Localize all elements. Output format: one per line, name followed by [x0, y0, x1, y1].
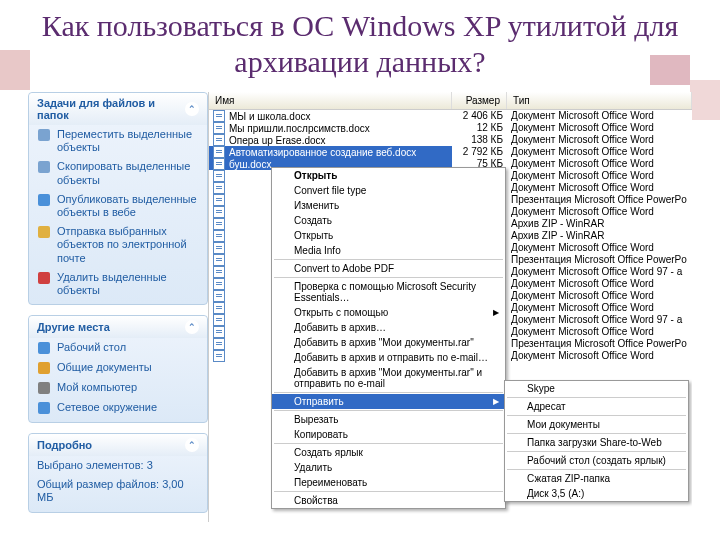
submenu-item[interactable]: Адресат — [505, 399, 688, 414]
context-menu-item[interactable]: Convert to Adobe PDF — [272, 261, 505, 276]
doc-icon — [213, 218, 225, 230]
collapse-icon[interactable]: ⌃ — [185, 438, 199, 452]
doc-icon — [213, 158, 225, 170]
doc-icon — [213, 170, 225, 182]
file-type: Документ Microsoft Office Word — [507, 326, 692, 338]
task-link[interactable]: Удалить выделенные объекты — [29, 268, 207, 300]
menu-label: Добавить в архив… — [294, 322, 386, 333]
submenu-label: Сжатая ZIP-папка — [527, 473, 610, 484]
menu-icon — [276, 322, 288, 334]
file-type: Документ Microsoft Office Word — [507, 350, 692, 362]
submenu-item[interactable]: Диск 3,5 (A:) — [505, 486, 688, 501]
context-menu-item[interactable]: Добавить в архив… — [272, 320, 505, 335]
collapse-icon[interactable]: ⌃ — [185, 102, 199, 116]
submenu-label: Адресат — [527, 401, 566, 412]
file-row[interactable]: Автоматизированное создание веб.docx2 79… — [209, 146, 692, 158]
doc-icon — [213, 194, 225, 206]
context-menu[interactable]: ОткрытьConvert file typeИзменитьСоздатьО… — [271, 167, 506, 509]
context-menu-item[interactable]: Создать — [272, 213, 505, 228]
file-type: Документ Microsoft Office Word — [507, 242, 692, 254]
submenu-icon — [509, 383, 521, 395]
file-row[interactable]: Мы пришли.послрсимcтв.docx12 КБДокумент … — [209, 122, 692, 134]
context-menu-item[interactable]: Изменить — [272, 198, 505, 213]
doc-icon — [213, 278, 225, 290]
places-panel: Другие места ⌃ Рабочий столОбщие докумен… — [28, 315, 208, 423]
task-link[interactable]: Опубликовать выделенные объекты в вебе — [29, 190, 207, 222]
doc-icon — [213, 182, 225, 194]
file-name: Опера up Erase.docx — [229, 135, 326, 146]
tasks-panel-header[interactable]: Задачи для файлов и папок ⌃ — [29, 93, 207, 125]
context-menu-item[interactable]: Добавить в архив "Мои документы.rar" — [272, 335, 505, 350]
task-link[interactable]: Скопировать выделенные объекты — [29, 157, 207, 189]
submenu-label: Рабочий стол (создать ярлык) — [527, 455, 666, 466]
file-type: Документ Microsoft Office Word — [507, 302, 692, 314]
submenu-icon — [509, 488, 521, 500]
file-type: Документ Microsoft Office Word 97 - a — [507, 314, 692, 326]
submenu-icon — [509, 473, 521, 485]
doc-icon — [213, 350, 225, 362]
submenu-item[interactable]: Папка загрузки Share-to-Web — [505, 435, 688, 450]
task-label: Переместить выделенные объекты — [57, 128, 199, 154]
task-link[interactable]: Отправка выбранных объектов по электронн… — [29, 222, 207, 268]
details-panel-header[interactable]: Подробно ⌃ — [29, 434, 207, 456]
column-type[interactable]: Тип — [507, 92, 692, 109]
doc-icon — [213, 254, 225, 266]
column-size[interactable]: Размер — [452, 92, 507, 109]
context-menu-item[interactable]: Проверка с помощью Microsoft Security Es… — [272, 279, 505, 305]
places-panel-header[interactable]: Другие места ⌃ — [29, 316, 207, 338]
file-type: Документ Microsoft Office Word — [507, 182, 692, 194]
context-menu-item[interactable]: Convert file type — [272, 183, 505, 198]
context-menu-item[interactable]: Вырезать — [272, 412, 505, 427]
context-menu-item[interactable]: Открыть — [272, 228, 505, 243]
submenu-label: Диск 3,5 (A:) — [527, 488, 584, 499]
doc-icon — [213, 146, 225, 158]
context-menu-item[interactable]: Media Info — [272, 243, 505, 258]
file-name: Автоматизированное создание веб.docx — [229, 147, 416, 158]
place-link[interactable]: Рабочий стол — [29, 338, 207, 358]
menu-label: Проверка с помощью Microsoft Security Es… — [294, 281, 476, 303]
submenu-item[interactable]: Рабочий стол (создать ярлык) — [505, 453, 688, 468]
menu-label: Создать ярлык — [294, 447, 363, 458]
menu-label: Открыть с помощью — [294, 307, 388, 318]
place-link[interactable]: Мой компьютер — [29, 378, 207, 398]
place-link[interactable]: Сетевое окружение — [29, 398, 207, 418]
context-menu-item[interactable]: Отправить▶ — [272, 394, 505, 409]
details-panel: Подробно ⌃ Выбрано элементов: 3 Общий ра… — [28, 433, 208, 513]
context-menu-item[interactable]: Создать ярлык — [272, 445, 505, 460]
submenu-icon — [509, 419, 521, 431]
doc-icon — [213, 314, 225, 326]
context-menu-item[interactable]: Свойства — [272, 493, 505, 508]
submenu-item[interactable]: Сжатая ZIP-папка — [505, 471, 688, 486]
file-type: Документ Microsoft Office Word — [507, 146, 692, 158]
submenu-item[interactable]: Мои документы — [505, 417, 688, 432]
web-icon — [37, 193, 51, 207]
tasks-sidebar: Задачи для файлов и папок ⌃ Переместить … — [28, 92, 208, 522]
place-link[interactable]: Общие документы — [29, 358, 207, 378]
tasks-panel-title: Задачи для файлов и папок — [37, 97, 185, 121]
doc-icon — [213, 326, 225, 338]
task-label: Отправка выбранных объектов по электронн… — [57, 225, 199, 265]
task-link[interactable]: Переместить выделенные объекты — [29, 125, 207, 157]
menu-label: Открыть — [294, 170, 337, 181]
send-to-submenu[interactable]: SkypeАдресатМои документыПапка загрузки … — [504, 380, 689, 502]
collapse-icon[interactable]: ⌃ — [185, 320, 199, 334]
context-menu-item[interactable]: Открыть — [272, 168, 505, 183]
file-row[interactable]: МЫ и школа.docx2 406 КБДокумент Microsof… — [209, 110, 692, 122]
context-menu-item[interactable]: Добавить в архив "Мои документы.rar" и о… — [272, 365, 505, 391]
context-menu-item[interactable]: Добавить в архив и отправить по e-mail… — [272, 350, 505, 365]
context-menu-item[interactable]: Удалить — [272, 460, 505, 475]
context-menu-item[interactable]: Копировать — [272, 427, 505, 442]
submenu-icon — [509, 437, 521, 449]
computer-icon — [37, 381, 51, 395]
context-menu-item[interactable]: Открыть с помощью▶ — [272, 305, 505, 320]
submenu-item[interactable]: Skype — [505, 381, 688, 396]
doc-icon — [213, 122, 225, 134]
details-line: Общий размер файлов: 3,00 МБ — [29, 475, 207, 507]
file-row[interactable]: Опера up Erase.docx138 КБДокумент Micros… — [209, 134, 692, 146]
menu-icon — [276, 263, 288, 275]
context-menu-item[interactable]: Переименовать — [272, 475, 505, 490]
menu-label: Открыть — [294, 230, 333, 241]
task-label: Скопировать выделенные объекты — [57, 160, 199, 186]
menu-label: Добавить в архив и отправить по e-mail… — [294, 352, 488, 363]
column-name[interactable]: Имя — [209, 92, 452, 109]
